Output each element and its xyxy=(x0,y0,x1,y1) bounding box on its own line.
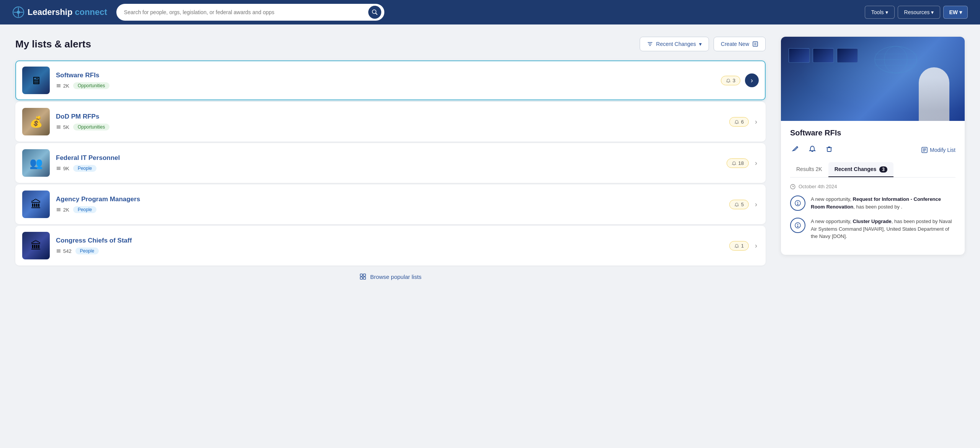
list-chevron-button[interactable]: › xyxy=(753,240,759,251)
svg-point-1 xyxy=(17,11,20,14)
changes-list: A new opportunity, Request for Informati… xyxy=(790,195,956,240)
change-link[interactable]: Request for Information - Conference Roo… xyxy=(811,196,941,210)
recent-changes-button[interactable]: Recent Changes ▾ xyxy=(640,37,709,51)
list-tag: Opportunities xyxy=(73,124,109,130)
svg-rect-11 xyxy=(753,42,758,46)
count-icon xyxy=(56,166,61,171)
list-meta: 9K People xyxy=(56,165,720,172)
list-thumbnail xyxy=(22,149,50,177)
list-chevron-button[interactable]: › xyxy=(745,73,759,87)
tab-badge: 3 xyxy=(879,166,887,173)
left-panel: My lists & alerts Recent Changes ▾ Creat… xyxy=(15,37,766,280)
bell-small-icon xyxy=(734,119,739,124)
list-chevron-button[interactable]: › xyxy=(753,116,759,127)
app-logo: Leadership connect xyxy=(12,6,107,18)
list-actions: 5 › xyxy=(729,199,759,210)
list-name: Agency Program Managers xyxy=(56,195,723,203)
edit-button[interactable] xyxy=(790,143,801,156)
opportunity-icon xyxy=(794,222,801,229)
avatar-button[interactable]: EW ▾ xyxy=(943,6,968,19)
hero-globe-icon xyxy=(873,44,919,75)
modify-icon xyxy=(921,147,928,153)
search-bar xyxy=(116,4,384,21)
mini-screen-1 xyxy=(789,48,810,63)
filter-icon xyxy=(647,41,653,47)
change-text: A new opportunity, Cluster Upgrade, has … xyxy=(811,218,956,240)
list-name: Software RFIs xyxy=(56,72,715,79)
tools-label: Tools xyxy=(871,9,884,15)
list-thumbnail xyxy=(22,67,50,94)
avatar-chevron-icon: ▾ xyxy=(959,9,962,15)
list-item[interactable]: DoD PM RFPs 5K Opportunities xyxy=(15,102,766,142)
logo-icon xyxy=(12,6,24,18)
list-name: Congress Chiefs of Staff xyxy=(56,237,723,244)
browse-popular-label: Browse popular lists xyxy=(370,274,421,280)
alert-badge: 6 xyxy=(729,117,749,127)
mini-screen-3 xyxy=(837,48,858,63)
search-input[interactable] xyxy=(124,9,365,15)
recent-changes-chevron-icon: ▾ xyxy=(699,41,702,47)
tools-chevron-icon: ▾ xyxy=(885,9,888,15)
change-text: A new opportunity, Request for Informati… xyxy=(811,195,956,210)
count-icon xyxy=(56,83,61,88)
change-link[interactable]: Cluster Upgrade xyxy=(853,218,892,224)
right-tabs: Results 2KRecent Changes 3 xyxy=(790,162,956,178)
list-thumbnail xyxy=(22,191,50,218)
right-tab[interactable]: Results 2K xyxy=(790,162,828,177)
right-tab[interactable]: Recent Changes 3 xyxy=(828,162,893,177)
list-icon xyxy=(752,41,758,47)
alert-badge: 1 xyxy=(729,241,749,251)
right-list-title: Software RFIs xyxy=(790,129,956,137)
svg-line-38 xyxy=(797,147,798,147)
resources-button[interactable]: Resources ▾ xyxy=(898,6,941,19)
hero-screens xyxy=(789,48,858,63)
search-button[interactable] xyxy=(368,6,381,19)
list-item[interactable]: Federal IT Personnel 9K People xyxy=(15,143,766,183)
list-count: 9K xyxy=(56,166,69,171)
list-meta: 542 People xyxy=(56,248,723,254)
header-actions: Recent Changes ▾ Create New xyxy=(640,37,766,51)
list-item[interactable]: Congress Chiefs of Staff 542 People xyxy=(15,226,766,266)
list-actions: 3 › xyxy=(721,73,759,87)
list-tag: People xyxy=(73,206,96,213)
list-chevron-button[interactable]: › xyxy=(753,199,759,210)
list-actions: 6 › xyxy=(729,116,759,127)
tools-button[interactable]: Tools ▾ xyxy=(865,6,895,19)
alert-settings-button[interactable] xyxy=(807,143,818,156)
list-tag: People xyxy=(75,248,99,254)
bell-small-icon xyxy=(732,161,737,166)
page-title: My lists & alerts xyxy=(15,38,91,50)
svg-rect-30 xyxy=(363,274,366,276)
avatar-initials: EW xyxy=(949,9,958,15)
list-thumbnail xyxy=(22,232,50,259)
list-item[interactable]: Software RFIs 2K Opportunities xyxy=(15,60,766,100)
list-info: Federal IT Personnel 9K People xyxy=(56,154,720,172)
list-info: Congress Chiefs of Staff 542 People xyxy=(56,237,723,254)
browse-icon xyxy=(359,273,366,280)
list-actions: 1 › xyxy=(729,240,759,251)
right-content: Software RFIs xyxy=(781,121,965,255)
bell-icon xyxy=(808,145,816,153)
main-layout: My lists & alerts Recent Changes ▾ Creat… xyxy=(0,24,980,292)
count-icon xyxy=(56,124,61,130)
edit-icon xyxy=(792,145,799,153)
list-count: 2K xyxy=(56,207,69,213)
count-icon xyxy=(56,248,61,254)
browse-popular-button[interactable]: Browse popular lists xyxy=(15,273,766,280)
modify-list-label: Modify List xyxy=(930,147,956,153)
list-meta: 2K Opportunities xyxy=(56,82,715,89)
tab-label: Results 2K xyxy=(796,166,822,172)
list-item[interactable]: Agency Program Managers 2K People xyxy=(15,184,766,224)
bell-small-icon xyxy=(726,78,731,83)
list-chevron-button[interactable]: › xyxy=(753,158,759,169)
list-count: 5K xyxy=(56,124,69,130)
change-item: A new opportunity, Request for Informati… xyxy=(790,195,956,211)
resources-label: Resources xyxy=(904,9,930,15)
mini-screen-2 xyxy=(813,48,834,63)
svg-point-48 xyxy=(797,204,798,205)
modify-list-button[interactable]: Modify List xyxy=(921,147,956,153)
svg-rect-32 xyxy=(363,277,366,279)
trash-icon xyxy=(825,145,833,153)
create-new-button[interactable]: Create New xyxy=(714,37,766,51)
delete-button[interactable] xyxy=(824,143,835,156)
